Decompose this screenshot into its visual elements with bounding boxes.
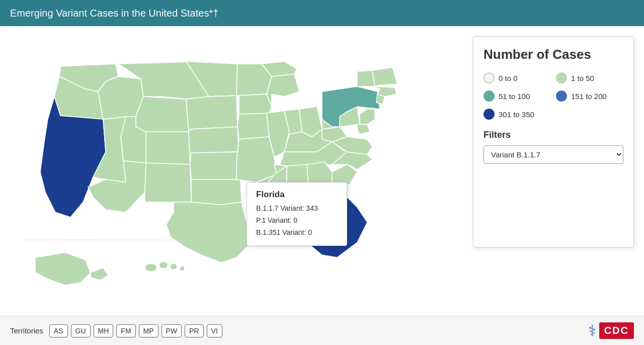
hhs-icon: ⚕	[588, 322, 596, 339]
svg-point-2	[180, 266, 185, 271]
state-ak[interactable]	[35, 252, 91, 285]
territory-mh[interactable]: MH	[94, 324, 114, 337]
territories-section: Territories ASGUMHFMMPPWPRVI	[10, 324, 222, 337]
filters-label: Filters	[484, 130, 623, 140]
state-ok[interactable]	[191, 180, 242, 205]
legend-circle-range-0-0	[484, 72, 495, 83]
territory-pr[interactable]: PR	[185, 324, 203, 337]
territory-pw[interactable]: PW	[162, 324, 182, 337]
territory-mp[interactable]: MP	[139, 324, 158, 337]
legend-label-range-51-100: 51 to 100	[499, 92, 530, 101]
legend-label-range-0-0: 0 to 0	[499, 74, 518, 82]
legend-item-range-51-100: 51 to 100	[484, 91, 551, 102]
state-co[interactable]	[146, 132, 190, 164]
state-id[interactable]	[98, 76, 143, 119]
legend-panel: Number of Cases 0 to 0 1 to 50 51 to 100…	[473, 36, 634, 247]
tooltip-state-name: Florida	[256, 190, 338, 200]
tooltip-line-3: B.1.351 Variant: 0	[256, 227, 338, 239]
legend-circle-range-1-50	[556, 72, 567, 83]
state-tooltip: Florida B.1.1.7 Variant: 343 P.1 Variant…	[247, 182, 347, 246]
svg-point-1	[170, 264, 177, 270]
page-header: Emerging Variant Cases in the United Sta…	[0, 0, 644, 26]
legend-title: Number of Cases	[484, 47, 623, 62]
legend-item-range-0-0: 0 to 0	[484, 72, 551, 83]
state-md[interactable]	[357, 124, 370, 134]
legend-circle-range-301-350	[484, 109, 495, 120]
legend-item-range-151-200: 151 to 200	[556, 91, 623, 102]
state-ks[interactable]	[190, 152, 240, 180]
state-wy[interactable]	[136, 97, 189, 132]
legend-grid: 0 to 0 1 to 50 51 to 100 151 to 200 301 …	[484, 72, 623, 120]
state-nj[interactable]	[360, 109, 375, 124]
tooltip-line-1: B.1.1.7 Variant: 343	[256, 203, 338, 215]
territory-gu[interactable]: GU	[71, 324, 91, 337]
cdc-badge: CDC	[599, 322, 634, 339]
state-ia[interactable]	[237, 113, 269, 139]
territory-vi[interactable]: VI	[207, 324, 222, 337]
territory-as[interactable]: AS	[49, 324, 68, 337]
legend-circle-range-151-200	[556, 91, 567, 102]
legend-circle-range-51-100	[484, 91, 495, 102]
territories-label: Territories	[10, 326, 43, 335]
tooltip-line-2: P.1 Variant: 0	[256, 215, 338, 227]
state-wi[interactable]	[239, 94, 272, 114]
state-mi[interactable]	[267, 74, 299, 107]
legend-label-range-301-350: 301 to 350	[499, 110, 534, 119]
legend-item-range-301-350: 301 to 350	[484, 109, 551, 120]
territory-fm[interactable]: FM	[116, 324, 135, 337]
variant-filter-select[interactable]: Variant B.1.1.7Variant P.1Variant B.1.35…	[484, 145, 623, 164]
state-hi[interactable]	[145, 264, 157, 272]
us-map	[5, 31, 448, 298]
territory-badges: ASGUMHFMMPPWPRVI	[49, 324, 222, 337]
legend-item-range-1-50: 1 to 50	[556, 72, 623, 83]
state-nm[interactable]	[145, 163, 191, 202]
state-sd[interactable]	[186, 96, 237, 132]
footer: Territories ASGUMHFMMPPWPRVI ⚕ CDC	[0, 316, 644, 345]
cdc-logo: ⚕ CDC	[588, 322, 634, 339]
legend-label-range-151-200: 151 to 200	[571, 92, 607, 101]
state-tx[interactable]	[166, 202, 252, 263]
map-container: Florida B.1.1.7 Variant: 343 P.1 Variant…	[0, 26, 473, 316]
svg-point-0	[159, 262, 168, 269]
page-title: Emerging Variant Cases in the United Sta…	[10, 8, 218, 19]
state-me[interactable]	[372, 67, 397, 87]
state-vt-nh[interactable]	[357, 70, 375, 87]
legend-label-range-1-50: 1 to 50	[571, 74, 594, 82]
filters-section: Filters Variant B.1.1.7Variant P.1Varian…	[484, 130, 623, 164]
